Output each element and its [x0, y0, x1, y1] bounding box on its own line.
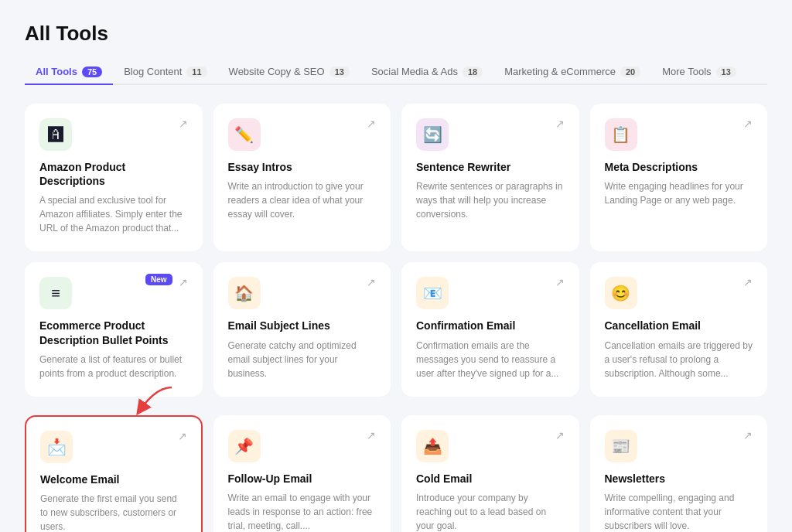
card-followup[interactable]: 📌 ↗ Follow-Up Email Write an email to en… — [213, 415, 391, 532]
card-cancellation-header: 😊 ↗ — [605, 277, 753, 309]
page-title: All Tools — [25, 22, 767, 46]
card-welcome-desc: Generate the first email you send to new… — [40, 492, 187, 532]
tab-marketing-label: Marketing & eCommerce — [504, 66, 616, 77]
card-cold-title: Cold Email — [416, 472, 565, 486]
external-link-icon: ↗ — [743, 430, 753, 441]
card-amazon-header: 🅰 ↗ — [39, 118, 188, 151]
card-amazon[interactable]: 🅰 ↗ Amazon Product Descriptions A specia… — [25, 104, 203, 251]
card-confirmation-icon: 📧 — [416, 277, 449, 309]
tab-blog-content-badge: 11 — [186, 66, 207, 77]
external-link-icon: ↗ — [179, 118, 188, 129]
external-link-icon: ↗ — [367, 430, 376, 441]
tab-marketing-badge: 20 — [620, 66, 640, 77]
row2-wrapper: ≡ ↗ New Ecommerce Product Description Bu… — [25, 262, 767, 396]
external-link-icon: ↗ — [743, 118, 753, 129]
card-confirmation-header: 📧 ↗ — [416, 277, 565, 309]
card-meta-header: 📋 ↗ — [605, 118, 753, 151]
cards-row-3: 📩 ↗ Welcome Email Generate the first ema… — [25, 415, 767, 532]
card-followup-title: Follow-Up Email — [228, 472, 377, 486]
card-meta-title: Meta Descriptions — [605, 160, 753, 174]
tab-website-copy-badge: 13 — [329, 66, 350, 77]
card-confirmation-desc: Confirmation emails are the messages you… — [416, 339, 565, 380]
card-newsletters-title: Newsletters — [605, 472, 753, 486]
card-cold-icon: 📤 — [416, 430, 449, 462]
card-email-subject-header: 🏠 ↗ — [228, 277, 377, 309]
card-cold[interactable]: 📤 ↗ Cold Email Introduce your company by… — [401, 415, 579, 532]
tab-marketing[interactable]: Marketing & eCommerce 20 — [493, 60, 651, 85]
card-followup-header: 📌 ↗ — [228, 430, 377, 462]
external-link-icon: ↗ — [179, 277, 188, 288]
tab-all-tools[interactable]: All Tools 75 — [25, 60, 113, 85]
card-amazon-desc: A special and exclusive tool for Amazon … — [39, 193, 188, 235]
card-cold-header: 📤 ↗ — [416, 430, 565, 462]
new-badge: New — [145, 274, 172, 285]
tab-more-tools-badge: 13 — [716, 66, 736, 77]
external-link-icon: ↗ — [743, 277, 753, 288]
external-link-icon: ↗ — [367, 118, 376, 129]
card-confirmation[interactable]: 📧 ↗ Confirmation Email Confirmation emai… — [401, 262, 579, 396]
card-sentence-header: 🔄 ↗ — [416, 118, 565, 151]
card-amazon-icon: 🅰 — [39, 118, 72, 151]
tab-website-copy[interactable]: Website Copy & SEO 13 — [218, 60, 360, 85]
card-ecommerce[interactable]: ≡ ↗ New Ecommerce Product Description Bu… — [25, 262, 203, 396]
card-essay-title: Essay Intros — [228, 160, 377, 174]
card-newsletters-header: 📰 ↗ — [605, 430, 753, 462]
card-ecommerce-title: Ecommerce Product Description Bullet Poi… — [39, 319, 188, 346]
cards-row-1: 🅰 ↗ Amazon Product Descriptions A specia… — [25, 104, 767, 251]
card-essay-desc: Write an introduction to give your reade… — [228, 179, 377, 221]
external-link-icon: ↗ — [178, 431, 187, 442]
card-essay-header: ✏️ ↗ — [228, 118, 377, 151]
card-confirmation-title: Confirmation Email — [416, 319, 565, 332]
card-newsletters-desc: Write compelling, engaging and informati… — [605, 491, 753, 532]
card-sentence-title: Sentence Rewriter — [416, 160, 565, 174]
card-followup-desc: Write an email to engage with your leads… — [228, 491, 377, 532]
card-welcome-title: Welcome Email — [40, 472, 187, 486]
card-followup-icon: 📌 — [228, 430, 261, 462]
card-essay-icon: ✏️ — [228, 118, 261, 151]
card-essay[interactable]: ✏️ ↗ Essay Intros Write an introduction … — [213, 104, 391, 251]
card-welcome-icon: 📩 — [40, 431, 73, 463]
card-email-subject[interactable]: 🏠 ↗ Email Subject Lines Generate catchy … — [213, 262, 391, 396]
tab-all-tools-label: All Tools — [36, 66, 77, 77]
tab-social-media[interactable]: Social Media & Ads 18 — [360, 60, 493, 85]
card-newsletters[interactable]: 📰 ↗ Newsletters Write compelling, engagi… — [590, 415, 768, 532]
external-link-icon: ↗ — [555, 277, 565, 288]
tab-more-tools-label: More Tools — [662, 66, 711, 77]
external-link-icon: ↗ — [367, 277, 376, 288]
tab-website-copy-label: Website Copy & SEO — [229, 66, 325, 77]
tab-blog-content[interactable]: Blog Content 11 — [113, 60, 217, 85]
card-cancellation-icon: 😊 — [605, 277, 637, 309]
card-email-subject-icon: 🏠 — [228, 277, 261, 309]
card-sentence-desc: Rewrite sentences or paragraphs in ways … — [416, 179, 565, 221]
tab-social-media-badge: 18 — [463, 66, 483, 77]
card-ecommerce-desc: Generate a list of features or bullet po… — [39, 353, 188, 380]
card-cold-desc: Introduce your company by reaching out t… — [416, 491, 565, 532]
card-meta[interactable]: 📋 ↗ Meta Descriptions Write engaging hea… — [590, 104, 768, 251]
card-meta-icon: 📋 — [605, 118, 637, 151]
cards-row-2: ≡ ↗ New Ecommerce Product Description Bu… — [25, 262, 767, 396]
card-meta-desc: Write engaging headlines for your Landin… — [605, 179, 753, 207]
card-amazon-title: Amazon Product Descriptions — [39, 160, 188, 188]
card-cancellation[interactable]: 😊 ↗ Cancellation Email Cancellation emai… — [590, 262, 768, 396]
card-sentence[interactable]: 🔄 ↗ Sentence Rewriter Rewrite sentences … — [401, 104, 579, 251]
card-ecommerce-icon: ≡ — [39, 277, 72, 309]
card-newsletters-icon: 📰 — [605, 430, 637, 462]
tab-bar: All Tools 75 Blog Content 11 Website Cop… — [25, 60, 767, 85]
card-email-subject-desc: Generate catchy and optimized email subj… — [228, 339, 377, 380]
card-email-subject-title: Email Subject Lines — [228, 319, 377, 332]
card-welcome[interactable]: 📩 ↗ Welcome Email Generate the first ema… — [25, 415, 203, 532]
tab-more-tools[interactable]: More Tools 13 — [651, 60, 747, 85]
external-link-icon: ↗ — [555, 430, 565, 441]
card-cancellation-desc: Cancellation emails are triggered by a u… — [605, 339, 753, 380]
tab-all-tools-badge: 75 — [82, 66, 102, 77]
external-link-icon: ↗ — [555, 118, 565, 129]
card-welcome-header: 📩 ↗ — [40, 431, 187, 463]
card-sentence-icon: 🔄 — [416, 118, 449, 151]
tab-social-media-label: Social Media & Ads — [371, 66, 458, 77]
card-cancellation-title: Cancellation Email — [605, 319, 753, 332]
tab-blog-content-label: Blog Content — [124, 66, 182, 77]
